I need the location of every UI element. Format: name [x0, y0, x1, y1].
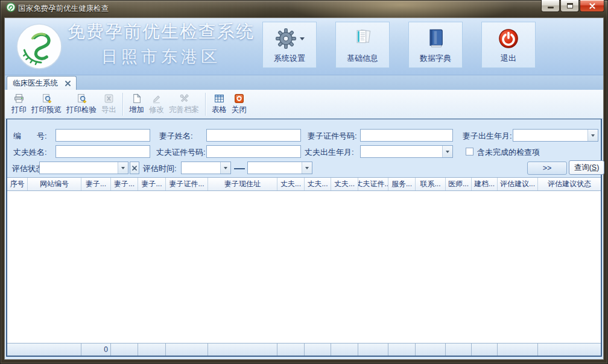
- number-input[interactable]: [55, 129, 150, 142]
- assess-time-from-field[interactable]: [182, 162, 220, 174]
- chevron-down-icon: [300, 37, 305, 40]
- column-header[interactable]: 网站编号: [28, 178, 81, 190]
- husband-birth-combo[interactable]: [360, 145, 453, 158]
- record-count: 0: [81, 344, 111, 356]
- column-header[interactable]: 医师...: [446, 178, 472, 190]
- assess-status-dropdown-button[interactable]: [118, 162, 128, 174]
- expand-filters-button[interactable]: >>: [527, 162, 567, 175]
- assess-time-to-dropdown-button[interactable]: [302, 162, 312, 174]
- footer-cell: [538, 344, 601, 356]
- column-header[interactable]: 妻子现住址: [208, 178, 277, 190]
- wife-name-input[interactable]: [206, 129, 301, 142]
- search-filters: 编 号: 妻子姓名: 妻子证件号码: 妻子出生年月: 丈夫姓名: 丈夫证件号码:…: [7, 119, 601, 178]
- assess-time-from-combo[interactable]: [181, 162, 231, 174]
- table-view-button[interactable]: 表格: [209, 92, 229, 116]
- column-header[interactable]: 妻子...: [138, 178, 166, 190]
- system-title: 免费孕前优生检查系统: [63, 20, 259, 44]
- print-preview-button[interactable]: 打印预览: [29, 92, 64, 116]
- husband-id-label: 丈夫证件号码:: [156, 147, 206, 158]
- assess-status-clear-button[interactable]: [130, 162, 139, 174]
- print-preview-icon: [42, 93, 52, 104]
- column-header[interactable]: 妻子证件...: [166, 178, 208, 190]
- header-button-label: 数据字典: [420, 53, 451, 64]
- tab-close-icon[interactable]: [65, 81, 71, 86]
- header-buttons: 系统设置 基础信息: [262, 22, 536, 68]
- assess-status-combo[interactable]: [39, 162, 128, 174]
- chevron-down-icon: [446, 151, 449, 153]
- grid-body[interactable]: [7, 191, 601, 343]
- toolbar-separator: [122, 93, 123, 116]
- basic-info-button[interactable]: 基础信息: [335, 22, 390, 68]
- table-icon: [214, 93, 224, 104]
- data-dictionary-button[interactable]: 数据字典: [408, 22, 463, 68]
- print-verify-button[interactable]: 打印检验: [64, 92, 99, 116]
- wife-birth-combo-field[interactable]: [513, 130, 587, 141]
- wife-birth-label: 妻子出生年月:: [463, 131, 512, 142]
- assess-status-combo-field[interactable]: [40, 162, 118, 174]
- footer-cell: [138, 344, 166, 356]
- wife-birth-combo[interactable]: [513, 129, 598, 142]
- column-header[interactable]: 丈夫证件...: [358, 178, 388, 190]
- book-icon: [425, 28, 446, 49]
- add-button[interactable]: 增加: [127, 92, 147, 116]
- include-unfinished-checkbox[interactable]: [466, 148, 473, 155]
- system-titles: 免费孕前优生检查系统 日照市东港区: [63, 20, 259, 67]
- column-header[interactable]: 服务...: [388, 178, 416, 190]
- close-button[interactable]: [580, 0, 604, 12]
- column-header[interactable]: 评估建议状态: [538, 178, 601, 190]
- column-header[interactable]: 妻子...: [81, 178, 111, 190]
- date-range-dash: [234, 168, 245, 169]
- wife-id-input[interactable]: [360, 129, 453, 142]
- header-button-label: 退出: [501, 53, 516, 64]
- close-icon: [589, 3, 595, 9]
- search-button[interactable]: 查询(S): [569, 160, 604, 175]
- edit-pencil-icon: [151, 93, 162, 104]
- footer-cell: [416, 344, 446, 356]
- documents-icon: [352, 28, 373, 49]
- column-header[interactable]: 丈夫...: [331, 178, 358, 190]
- footer-cell: [7, 344, 28, 356]
- chevron-down-icon: [591, 134, 595, 137]
- wife-birth-dropdown-button[interactable]: [587, 130, 598, 141]
- footer-cell: [446, 344, 472, 356]
- system-settings-button[interactable]: 系统设置: [262, 22, 317, 68]
- close-form-button[interactable]: 关闭: [229, 92, 249, 116]
- toolbar-button-label: 打印检验: [66, 105, 97, 115]
- window-controls: [540, 0, 604, 12]
- app-logo-icon: [6, 2, 16, 14]
- toolbar-button-label: 导出: [101, 105, 116, 115]
- print-button[interactable]: 打印: [9, 92, 29, 116]
- exit-button[interactable]: 退出: [481, 22, 536, 68]
- eugenics-logo-icon: [16, 23, 63, 72]
- window-title: 国家免费孕前优生健康检查: [18, 4, 109, 14]
- complete-archive-button: 完善档案: [166, 92, 201, 116]
- tools-icon: [179, 93, 189, 104]
- column-header[interactable]: 建档...: [472, 178, 498, 190]
- column-header[interactable]: 序号: [7, 178, 28, 190]
- assess-time-to-field[interactable]: [248, 162, 302, 174]
- toolbar-button-label: 完善档案: [169, 105, 199, 115]
- maximize-button[interactable]: [560, 0, 579, 12]
- assess-time-from-dropdown-button[interactable]: [220, 162, 230, 174]
- husband-id-input[interactable]: [206, 145, 301, 158]
- column-header[interactable]: 评估建议...: [498, 178, 538, 190]
- region-subtitle: 日照市东港区: [63, 46, 259, 67]
- assess-time-to-combo[interactable]: [247, 162, 312, 174]
- app-window: 国家免费孕前优生健康检查 免费孕前优生检查系统 日: [0, 0, 608, 364]
- footer-cell: [498, 344, 538, 356]
- husband-birth-combo-field[interactable]: [361, 146, 442, 157]
- husband-name-input[interactable]: [55, 145, 150, 158]
- tab-clinical-doctor-system[interactable]: 临床医生系统: [7, 76, 77, 90]
- chevron-down-icon: [224, 167, 227, 169]
- column-header[interactable]: 妻子...: [111, 178, 138, 190]
- husband-birth-dropdown-button[interactable]: [442, 146, 452, 157]
- expand-filters-label: >>: [543, 164, 552, 172]
- footer-cell: [331, 344, 358, 356]
- toolbar-button-label: 打印: [11, 105, 27, 115]
- minimize-button[interactable]: [541, 0, 560, 12]
- column-header[interactable]: 联系...: [416, 178, 446, 190]
- include-unfinished-label: 含未完成的检查项: [477, 147, 540, 158]
- column-header[interactable]: 丈夫...: [277, 178, 305, 190]
- column-header[interactable]: 丈夫...: [305, 178, 331, 190]
- toolbar-button-label: 修改: [149, 105, 164, 115]
